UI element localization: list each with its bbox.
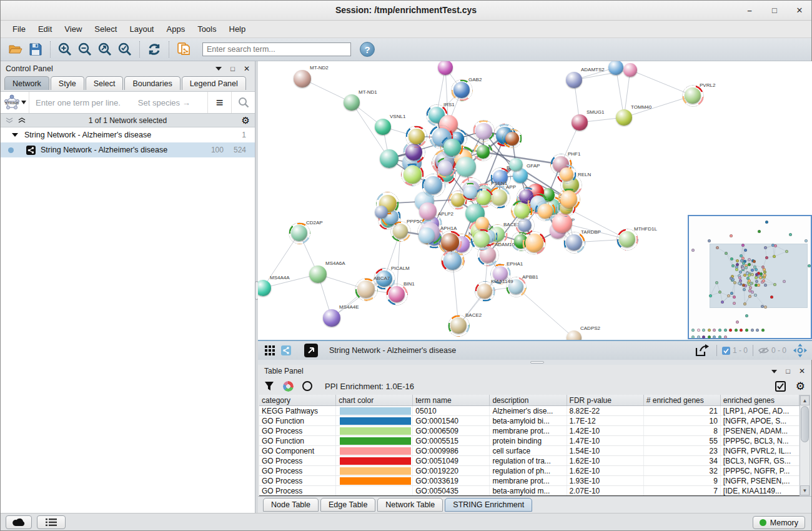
navigate-button[interactable] bbox=[791, 341, 809, 360]
network-node-adamts2[interactable] bbox=[566, 72, 582, 88]
network-node[interactable] bbox=[408, 129, 425, 145]
tab-select[interactable]: Select bbox=[86, 76, 124, 90]
panel-menu-icon[interactable] bbox=[215, 66, 222, 71]
refresh-button[interactable] bbox=[144, 40, 164, 59]
menu-select[interactable]: Select bbox=[89, 22, 122, 36]
network-node-mt-nd2[interactable] bbox=[294, 70, 311, 87]
menu-tools[interactable]: Tools bbox=[192, 22, 222, 36]
pie-chart-icon[interactable] bbox=[283, 381, 294, 392]
network-node[interactable] bbox=[475, 123, 492, 139]
filter-icon[interactable] bbox=[264, 381, 274, 391]
network-node-cd2ap[interactable] bbox=[291, 225, 307, 241]
table-row[interactable]: GO ProcessGO:0050435beta-amyloid m...2.0… bbox=[259, 486, 800, 496]
settings-gear-icon[interactable]: ⚙ bbox=[796, 380, 805, 393]
column-header-chart-color[interactable]: chart color bbox=[336, 395, 413, 405]
zoom-selected-button[interactable] bbox=[115, 40, 135, 59]
network-node-ms4a4e[interactable] bbox=[323, 309, 340, 327]
table-row[interactable]: GO ProcessGO:0033619membrane prot...1.93… bbox=[259, 476, 800, 486]
tab-string-enrichment[interactable]: STRING Enrichment bbox=[445, 498, 532, 512]
string-query-placeholder[interactable]: Enter one term per line. bbox=[29, 98, 121, 107]
panel-close-icon[interactable]: ✕ bbox=[244, 64, 250, 73]
network-node-bace2[interactable] bbox=[450, 317, 467, 334]
column-header-enriched-genes[interactable]: enriched genes bbox=[721, 395, 800, 405]
string-options-button[interactable]: ≡ bbox=[207, 92, 231, 113]
network-node-mt-nd1[interactable] bbox=[344, 94, 360, 111]
network-node[interactable] bbox=[560, 191, 577, 207]
panel-close-icon[interactable]: ✕ bbox=[799, 367, 805, 375]
network-node[interactable] bbox=[538, 204, 553, 219]
grid-view-button[interactable] bbox=[262, 341, 278, 360]
network-node[interactable] bbox=[505, 132, 519, 146]
menu-layout[interactable]: Layout bbox=[124, 22, 159, 36]
clone-network-button[interactable] bbox=[174, 40, 194, 59]
column-header-FDR-p-value[interactable]: FDR p-value bbox=[567, 395, 644, 405]
network-node-abca7[interactable] bbox=[357, 280, 375, 298]
network-node[interactable] bbox=[509, 158, 523, 172]
select-checkbox-icon[interactable] bbox=[775, 381, 786, 392]
network-node-kiaa1149[interactable] bbox=[477, 284, 492, 299]
network-node-bin1[interactable] bbox=[389, 286, 405, 302]
maximize-button[interactable]: □ bbox=[769, 4, 780, 16]
string-protein-query-dropdown[interactable]: STRING bbox=[1, 92, 29, 113]
hidden-eye-icon[interactable] bbox=[758, 347, 769, 354]
birdseye-view[interactable] bbox=[688, 215, 812, 339]
network-node-pvrl2[interactable] bbox=[685, 87, 701, 104]
table-row[interactable]: GO FunctionGO:0001540beta-amyloid bi...1… bbox=[259, 416, 800, 426]
export-network-button[interactable] bbox=[693, 341, 711, 360]
network-node-vsnl1[interactable] bbox=[375, 119, 391, 135]
network-node[interactable] bbox=[456, 157, 476, 177]
minimize-button[interactable]: – bbox=[744, 4, 755, 16]
network-share-button[interactable] bbox=[278, 341, 294, 360]
table-row[interactable]: GO ProcessGO:0051049regulation of tra...… bbox=[259, 456, 800, 466]
tab-edge-table[interactable]: Edge Table bbox=[320, 498, 375, 512]
tab-node-table[interactable]: Node Table bbox=[263, 498, 319, 512]
network-node[interactable] bbox=[380, 149, 399, 168]
splitter-handle[interactable] bbox=[530, 361, 544, 364]
network-view[interactable]: MT-ND2MT-ND1VSNL1GAB2IRS1ADAMTS2SMUG1TOM… bbox=[258, 61, 812, 340]
panel-menu-icon[interactable] bbox=[771, 369, 777, 374]
save-session-button[interactable] bbox=[26, 40, 46, 59]
help-button[interactable]: ? bbox=[360, 42, 375, 57]
set-species-link[interactable]: Set species → bbox=[121, 98, 191, 107]
tab-boundaries[interactable]: Boundaries bbox=[124, 76, 180, 90]
network-node-mthfd1l[interactable] bbox=[619, 231, 635, 247]
network-node[interactable] bbox=[525, 234, 543, 252]
menu-apps[interactable]: Apps bbox=[161, 22, 191, 36]
scroll-down-button[interactable]: ▼ bbox=[800, 485, 810, 495]
network-node[interactable] bbox=[443, 252, 462, 270]
column-header---enriched-genes[interactable]: # enriched genes bbox=[644, 395, 721, 405]
network-node[interactable] bbox=[473, 231, 490, 247]
network-node-gab2[interactable] bbox=[453, 82, 470, 98]
network-node-smug1[interactable] bbox=[572, 114, 588, 131]
task-history-button[interactable] bbox=[37, 515, 66, 529]
column-header-term-name[interactable]: term name bbox=[413, 395, 490, 405]
panel-splitter-horizontal[interactable] bbox=[258, 360, 811, 365]
network-node[interactable] bbox=[404, 166, 422, 184]
network-node[interactable] bbox=[477, 145, 490, 159]
scroll-up-button[interactable]: ▲ bbox=[800, 395, 810, 405]
zoom-fit-button[interactable] bbox=[95, 40, 115, 59]
menu-edit[interactable]: Edit bbox=[32, 22, 57, 36]
table-row[interactable]: GO ComponentGO:0009986cell surface1.54E-… bbox=[259, 446, 800, 456]
panel-float-icon[interactable]: □ bbox=[786, 367, 790, 375]
close-button[interactable]: ✕ bbox=[794, 4, 805, 16]
network-node[interactable] bbox=[418, 227, 435, 244]
scrollbar-thumb[interactable] bbox=[801, 406, 809, 442]
table-row[interactable]: GO ProcessGO:0006509membrane prot...1.42… bbox=[259, 426, 800, 436]
table-row[interactable]: GO FunctionGO:0005515protein binding1.47… bbox=[259, 436, 800, 446]
network-node[interactable] bbox=[623, 63, 637, 77]
tree-expand-icon[interactable] bbox=[12, 132, 18, 137]
search-input[interactable] bbox=[202, 42, 351, 56]
network-edge[interactable] bbox=[516, 287, 574, 338]
menu-view[interactable]: View bbox=[59, 22, 87, 36]
network-node[interactable] bbox=[463, 186, 477, 199]
tab-network-table[interactable]: Network Table bbox=[377, 498, 443, 512]
network-node[interactable] bbox=[560, 167, 573, 181]
menu-help[interactable]: Help bbox=[224, 22, 252, 36]
network-node-tomm40[interactable] bbox=[616, 109, 632, 126]
network-node-tardbp[interactable] bbox=[566, 234, 582, 251]
network-node[interactable] bbox=[438, 161, 453, 176]
network-collection-row[interactable]: String Network - Alzheimer's disease 1 bbox=[1, 127, 255, 142]
detach-view-button[interactable] bbox=[302, 341, 320, 360]
table-row[interactable]: KEGG Pathways05010Alzheimer's dise...8.8… bbox=[259, 406, 800, 416]
